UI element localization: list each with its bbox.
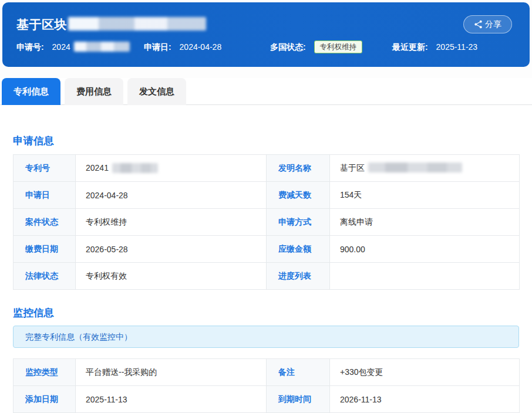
status-badge: 专利权维持 bbox=[314, 40, 363, 53]
section-title-application: 申请信息 bbox=[13, 134, 519, 148]
multi-country-status-label: 多国状态: bbox=[270, 42, 306, 52]
table-row: 申请日2024-04-28费减天数154天 bbox=[14, 182, 520, 209]
table-row: 缴费日期2026-05-28应缴金额900.00 bbox=[14, 236, 520, 263]
monitoring-info-table: 监控类型平台赠送--我采购的备注+330包变更添加日期2025-11-13到期时… bbox=[13, 358, 520, 413]
multi-country-status: 多国状态: 专利权维持 bbox=[270, 42, 362, 53]
field-value: 2026-11-13 bbox=[330, 386, 520, 413]
application-date-value: 2024-04-28 bbox=[180, 42, 222, 52]
field-value: 平台赠送--我采购的 bbox=[76, 359, 267, 386]
field-label: 发明名称 bbox=[267, 155, 330, 182]
tab-1[interactable]: 费用信息 bbox=[65, 78, 123, 105]
field-label: 到期时间 bbox=[267, 386, 330, 413]
tab-0[interactable]: 专利信息 bbox=[2, 78, 60, 105]
last-updated-value: 2025-11-23 bbox=[436, 42, 478, 52]
redacted-title-text bbox=[68, 17, 206, 31]
field-label: 案件状态 bbox=[14, 209, 76, 236]
field-label: 备注 bbox=[267, 359, 330, 386]
field-value: 2025-11-13 bbox=[76, 386, 267, 413]
field-label: 监控类型 bbox=[14, 359, 76, 386]
table-row: 案件状态专利权维持申请方式离线申请 bbox=[14, 209, 520, 236]
field-label: 申请日 bbox=[14, 182, 76, 209]
field-label: 进度列表 bbox=[267, 263, 330, 290]
table-row: 添加日期2025-11-13到期时间2026-11-13 bbox=[14, 386, 520, 413]
share-button-label: 分享 bbox=[485, 19, 501, 30]
field-label: 应缴金额 bbox=[267, 236, 330, 263]
page-title-text: 基于区块 bbox=[16, 18, 67, 31]
table-row: 监控类型平台赠送--我采购的备注+330包变更 bbox=[14, 359, 520, 386]
share-icon bbox=[474, 20, 483, 29]
field-value: 154天 bbox=[330, 182, 520, 209]
application-number-label: 申请号: bbox=[16, 42, 44, 52]
field-label: 费减天数 bbox=[267, 182, 330, 209]
field-label: 申请方式 bbox=[267, 209, 330, 236]
application-info-table: 专利号20241发明名称基于区申请日2024-04-28费减天数154天案件状态… bbox=[13, 154, 520, 290]
page-title: 基于区块 bbox=[16, 18, 206, 31]
last-updated-label: 最近更新: bbox=[392, 42, 428, 52]
field-value: 专利权维持 bbox=[76, 209, 267, 236]
field-value bbox=[330, 263, 520, 290]
field-label: 添加日期 bbox=[14, 386, 76, 413]
monitoring-notice: 完整专利信息（有效监控中） bbox=[13, 326, 519, 348]
application-number-value: 2024 bbox=[52, 42, 70, 52]
field-label: 缴费日期 bbox=[14, 236, 76, 263]
field-value: 900.00 bbox=[330, 236, 520, 263]
field-label: 法律状态 bbox=[14, 263, 76, 290]
section-title-monitoring: 监控信息 bbox=[13, 306, 519, 320]
redacted-text bbox=[112, 163, 158, 173]
header-banner: 基于区块 分享 申请号: 2024 申请日: 2024-04-28 多国状态: … bbox=[2, 2, 530, 67]
field-label: 专利号 bbox=[14, 155, 76, 182]
header-meta: 申请号: 2024 申请日: 2024-04-28 多国状态: 专利权维持 最近… bbox=[2, 42, 530, 54]
application-date-label: 申请日: bbox=[144, 42, 171, 52]
field-value: +330包变更 bbox=[330, 359, 520, 386]
tab-bar: 专利信息费用信息发文信息 bbox=[0, 78, 532, 105]
last-updated: 最近更新: 2025-11-23 bbox=[392, 42, 477, 53]
table-row: 专利号20241发明名称基于区 bbox=[14, 155, 520, 182]
redacted-application-number bbox=[74, 42, 130, 52]
tab-2[interactable]: 发文信息 bbox=[127, 78, 186, 105]
table-row: 法律状态专利权有效进度列表 bbox=[14, 263, 520, 290]
field-value: 专利权有效 bbox=[76, 263, 267, 290]
share-button[interactable]: 分享 bbox=[463, 15, 512, 33]
main-content: 申请信息 专利号20241发明名称基于区申请日2024-04-28费减天数154… bbox=[0, 106, 532, 413]
field-value: 2024-04-28 bbox=[76, 182, 267, 209]
field-value: 20241 bbox=[76, 155, 267, 182]
field-value: 基于区 bbox=[330, 155, 520, 182]
application-number: 申请号: 2024 bbox=[16, 42, 130, 53]
application-date: 申请日: 2024-04-28 bbox=[144, 42, 221, 53]
field-value: 2026-05-28 bbox=[76, 236, 267, 263]
redacted-text bbox=[368, 163, 462, 172]
field-value: 离线申请 bbox=[330, 209, 520, 236]
